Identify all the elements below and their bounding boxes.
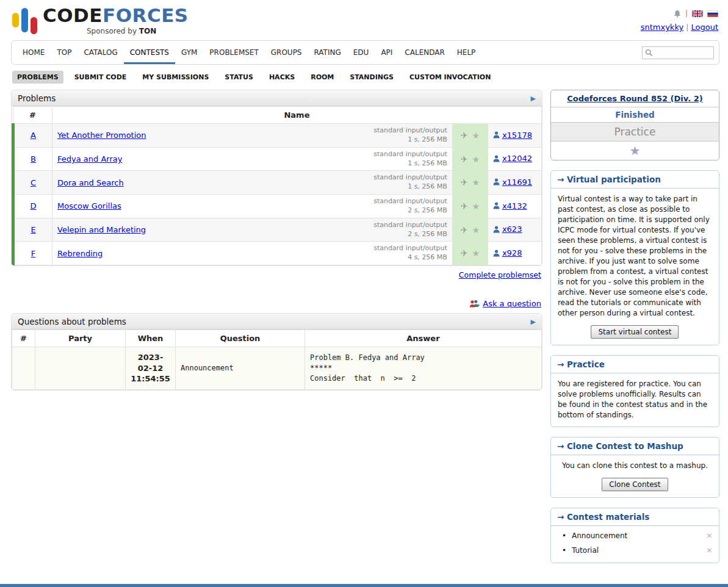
subnav-room[interactable]: ROOM <box>306 71 339 84</box>
question-row: 2023-02-12 11:54:55 Announcement Problem… <box>12 347 542 390</box>
close-icon[interactable]: × <box>706 546 713 554</box>
subnav-custom-invocation[interactable]: CUSTOM INVOCATION <box>405 71 496 84</box>
problems-table: # Name A Yet Another Promotion standard … <box>12 106 542 265</box>
problem-actions-cell: ✈★ <box>452 171 488 195</box>
solved-count-link[interactable]: x15178 <box>502 131 532 140</box>
nav-home[interactable]: HOME <box>16 41 51 64</box>
solved-count-link[interactable]: x4132 <box>502 201 527 211</box>
user-separator: | <box>686 23 688 32</box>
materials-list: • Announcement × • Tutorial × <box>551 526 719 563</box>
problem-letter-cell: A <box>13 124 52 148</box>
problem-solved-cell: x12042 <box>488 147 541 171</box>
problem-letter-link[interactable]: D <box>30 201 36 211</box>
start-virtual-contest-button[interactable]: Start virtual contest <box>591 325 679 339</box>
problem-name-link[interactable]: Dora and Search <box>57 178 124 187</box>
problem-row: D Moscow Gorillas standard input/output … <box>13 195 542 218</box>
logout-link[interactable]: Logout <box>691 23 718 32</box>
subnav-hacks[interactable]: HACKS <box>264 71 300 84</box>
qcol-answer: Answer <box>305 330 542 347</box>
subnav-standings[interactable]: STANDINGS <box>345 71 398 84</box>
submit-solution-icon[interactable]: ✈ <box>461 131 468 140</box>
problem-name-link[interactable]: Velepin and Marketing <box>57 225 146 234</box>
solved-count-link[interactable]: x11691 <box>502 178 532 187</box>
submit-solution-icon[interactable]: ✈ <box>461 178 468 187</box>
subnav-status[interactable]: STATUS <box>220 71 258 84</box>
problem-name-link[interactable]: Moscow Gorillas <box>57 201 121 211</box>
clone-mashup-text: You can clone this contest to a mashup. <box>551 455 719 477</box>
problem-letter-link[interactable]: C <box>31 178 36 187</box>
nav-edu[interactable]: EDU <box>347 41 375 64</box>
solved-count-link[interactable]: x12042 <box>502 154 532 163</box>
problem-row: B Fedya and Array standard input/output … <box>13 147 542 171</box>
subnav-submit-code[interactable]: SUBMIT CODE <box>70 71 132 84</box>
question-when-cell: 2023-02-12 11:54:55 <box>126 347 176 390</box>
clone-contest-button[interactable]: Clone Contest <box>602 478 668 491</box>
contest-materials-title: → Contest materials <box>551 508 719 526</box>
submit-solution-icon[interactable]: ✈ <box>461 248 468 258</box>
nav-rating[interactable]: RATING <box>308 41 347 64</box>
main-column: Problems ▶ # Name A Yet Another Promotio… <box>11 90 542 391</box>
problem-letter-link[interactable]: F <box>31 249 35 258</box>
header: CODEFORCES Sponsored by TON | <box>11 4 719 39</box>
problems-caption-bar: Problems ▶ <box>12 90 542 106</box>
subnav-my-submissions[interactable]: MY SUBMISSIONS <box>137 71 214 84</box>
nav-problemset[interactable]: PROBLEMSET <box>203 41 264 64</box>
close-icon[interactable]: × <box>706 531 713 539</box>
question-party-cell <box>35 347 126 390</box>
nav-top[interactable]: TOP <box>51 41 77 64</box>
nav-groups[interactable]: GROUPS <box>265 41 308 64</box>
problems-expand-arrow-icon[interactable]: ▶ <box>530 95 535 103</box>
problem-letter-link[interactable]: E <box>31 225 35 234</box>
favorite-star-icon[interactable]: ★ <box>472 225 480 235</box>
practice-text: You are registered for practice. You can… <box>551 373 719 426</box>
problem-letter-link[interactable]: B <box>31 154 36 164</box>
favorite-star-icon[interactable]: ★ <box>472 178 480 187</box>
contest-favorite-star-icon[interactable]: ★ <box>551 142 719 160</box>
material-item: • Tutorial × <box>551 543 719 558</box>
material-announcement-link[interactable]: Announcement <box>572 531 627 540</box>
ask-question-link[interactable]: Ask a question <box>483 299 541 308</box>
notifications-bell-icon[interactable] <box>674 10 681 18</box>
solved-count-link[interactable]: x623 <box>502 225 522 234</box>
solvers-person-icon <box>493 226 500 233</box>
username-link[interactable]: sntmxykky <box>641 23 683 32</box>
favorite-star-icon[interactable]: ★ <box>472 248 480 258</box>
solved-count-link[interactable]: x928 <box>502 248 522 257</box>
submit-solution-icon[interactable]: ✈ <box>461 154 468 164</box>
problem-letter-link[interactable]: A <box>31 131 36 140</box>
favorite-star-icon[interactable]: ★ <box>472 131 480 140</box>
english-flag-icon[interactable] <box>692 10 703 17</box>
clone-button-row: Clone Contest <box>551 477 719 497</box>
nav-catalog[interactable]: CATALOG <box>77 41 123 64</box>
nav-gym[interactable]: GYM <box>175 41 203 64</box>
nav-api[interactable]: API <box>375 41 398 64</box>
contest-title-link[interactable]: Codeforces Round 852 (Div. 2) <box>567 94 702 103</box>
nav-help[interactable]: HELP <box>451 41 482 64</box>
problem-name-link[interactable]: Fedya and Array <box>57 154 122 164</box>
submit-solution-icon[interactable]: ✈ <box>461 225 468 235</box>
problem-name-link[interactable]: Rebrending <box>57 249 103 258</box>
problem-actions-cell: ✈★ <box>452 195 488 218</box>
search-box <box>642 46 714 59</box>
problem-solved-cell: x623 <box>488 218 541 242</box>
problem-name-link[interactable]: Yet Another Promotion <box>57 131 146 140</box>
favorite-star-icon[interactable]: ★ <box>472 154 480 164</box>
problem-letter-cell: F <box>13 242 52 265</box>
ask-question-row: Ask a question <box>12 299 541 308</box>
clone-mashup-box: → Clone Contest to Mashup You can clone … <box>550 437 719 498</box>
questions-expand-arrow-icon[interactable]: ▶ <box>530 318 535 326</box>
bullet-icon: • <box>562 546 566 555</box>
nav-calendar[interactable]: CALENDAR <box>398 41 450 64</box>
nav-contests[interactable]: CONTESTS <box>124 41 175 64</box>
problem-io-info: standard input/output 2 s, 256 MB <box>373 197 447 215</box>
russian-flag-icon[interactable] <box>707 10 718 17</box>
subnav-problems[interactable]: PROBLEMS <box>12 71 63 84</box>
col-header-name: Name <box>52 107 542 124</box>
material-tutorial-link[interactable]: Tutorial <box>572 546 599 555</box>
codeforces-logo[interactable]: CODEFORCES Sponsored by TON <box>12 6 189 35</box>
favorite-star-icon[interactable]: ★ <box>472 201 480 211</box>
qcol-number: # <box>12 330 35 347</box>
submit-solution-icon[interactable]: ✈ <box>461 201 468 211</box>
problem-letter-cell: C <box>13 171 52 195</box>
complete-problemset-link[interactable]: Complete problemset <box>459 270 541 279</box>
